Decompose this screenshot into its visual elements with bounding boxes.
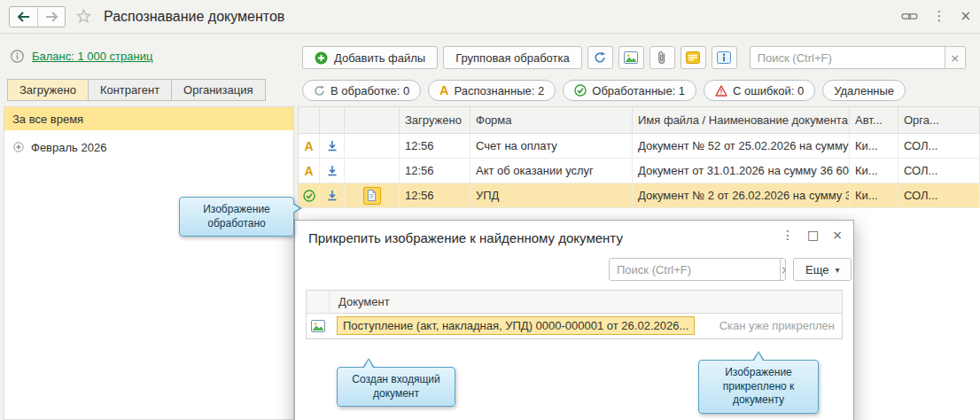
header-download-col[interactable]	[320, 107, 345, 133]
dialog-doc-column-header[interactable]: Документ	[330, 295, 390, 308]
search-clear-button[interactable]: ×	[945, 47, 965, 68]
clear-icon: ×	[781, 263, 786, 276]
header-author[interactable]: Авт...	[850, 107, 898, 133]
header-loaded[interactable]: Загружено	[400, 107, 471, 133]
filter-deleted[interactable]: Удаленные	[822, 80, 906, 101]
arrow-left-icon	[17, 12, 31, 22]
page-title: Распознавание документов	[104, 9, 284, 25]
download-icon	[327, 190, 338, 201]
row2-time: 12:56	[400, 159, 471, 183]
header-attachment-col[interactable]	[345, 107, 400, 133]
info-circle-icon	[11, 50, 24, 63]
filter-error[interactable]: С ошибкой: 0	[704, 80, 815, 101]
refresh-button[interactable]	[587, 46, 613, 69]
tab-organization[interactable]: Организация	[171, 79, 265, 101]
dialog-search-input[interactable]	[610, 259, 780, 280]
attach-file-button[interactable]	[649, 46, 675, 69]
row1-author: Ки...	[850, 134, 898, 158]
dialog-close-icon[interactable]: ×	[832, 229, 843, 241]
caret-down-icon: ▾	[835, 265, 839, 275]
filter-in-processing-label: В обработке: 0	[331, 84, 409, 97]
tree-item-february-2026[interactable]: Февраль 2026	[4, 136, 293, 159]
star-icon	[76, 9, 91, 24]
status-filters: В обработке: 0 A Распознанные: 2 Обработ…	[302, 80, 906, 101]
row3-name: Документ № 2 от 26.02.2026 на сумму 3 80…	[633, 183, 850, 207]
document-row-3-selected[interactable]: 12:56 УПД Документ № 2 от 26.02.2026 на …	[299, 183, 980, 208]
image-icon	[311, 320, 325, 332]
row1-org: СОЛ...	[898, 134, 980, 158]
expand-plus-icon[interactable]	[13, 142, 24, 152]
dialog-controls: ⋮ □ ×	[782, 229, 843, 241]
row1-status-cell: A	[299, 134, 320, 158]
filter-processed[interactable]: Обработанные: 1	[563, 80, 696, 101]
link-icon[interactable]	[901, 12, 918, 21]
dialog-maximize-icon[interactable]: □	[807, 229, 819, 241]
header-name[interactable]: Имя файла / Наименование документа	[633, 107, 850, 133]
filter-processed-label: Обработанные: 1	[592, 84, 685, 97]
balance-row: Баланс: 1 000 страниц	[11, 50, 152, 63]
row3-download-cell	[320, 183, 345, 207]
header-status-col[interactable]	[299, 107, 320, 133]
row1-name: Документ № 52 от 25.02.2026 на сумму 3 8…	[633, 134, 850, 158]
tab-organization-label: Организация	[183, 83, 253, 97]
paperclip-icon	[657, 51, 667, 65]
list-header-row: Загружено Форма Имя файла / Наименование…	[299, 107, 980, 134]
dialog-document-row[interactable]: Поступление (акт, накладная, УПД) 0000-0…	[307, 314, 842, 338]
dialog-search-row: × Еще ▾	[609, 258, 852, 281]
header-form[interactable]: Форма	[471, 107, 633, 133]
dialog-search-clear-button[interactable]: ×	[780, 259, 786, 280]
dialog-header-icon-col	[307, 291, 330, 313]
row1-form: Счет на оплату	[471, 134, 633, 158]
tab-loaded[interactable]: Загружено	[7, 79, 89, 101]
row3-org: СОЛ...	[898, 183, 980, 207]
tab-counterparty[interactable]: Контрагент	[88, 79, 172, 101]
header-org[interactable]: Орга...	[898, 107, 980, 133]
tree-root-all-time[interactable]: За все время	[4, 107, 293, 130]
callout-image-processed-text: Изображение обработано	[203, 203, 270, 229]
recognition-settings-button[interactable]	[681, 46, 706, 69]
window-header: Распознавание документов ⋮ ×	[0, 0, 980, 34]
row2-name: Документ от 31.01.2026 на сумму 36 600	[633, 159, 850, 183]
balance-link[interactable]: Баланс: 1 000 страниц	[32, 50, 152, 63]
error-triangle-icon	[715, 85, 727, 97]
group-processing-button[interactable]: Групповая обработка	[443, 46, 582, 69]
document-row-2[interactable]: A 12:56 Акт об оказании услуг Документ о…	[299, 159, 980, 183]
callout-arrow-up	[752, 351, 765, 361]
filter-error-label: С ошибкой: 0	[733, 84, 804, 97]
callout-arrow-up	[362, 358, 375, 368]
close-window-icon[interactable]: ×	[960, 10, 971, 23]
dialog-document-status: Скан уже прикреплен	[719, 319, 835, 332]
document-row-1[interactable]: A 12:56 Счет на оплату Документ № 52 от …	[299, 134, 980, 159]
image-view-button[interactable]	[618, 46, 644, 69]
filter-in-processing[interactable]: В обработке: 0	[302, 80, 421, 101]
yellow-document-icon	[686, 51, 700, 64]
more-menu-icon[interactable]: ⋮	[932, 10, 945, 23]
forward-button[interactable]	[37, 7, 65, 27]
view-tabs: Загружено Контрагент Организация	[7, 79, 265, 101]
callout-image-processed: Изображение обработано	[179, 197, 294, 237]
dialog-more-button[interactable]: Еще ▾	[793, 258, 852, 281]
dialog-title: Прикрепить изображение к найденному доку…	[308, 230, 623, 245]
row3-attachment-cell[interactable]	[345, 183, 400, 207]
row2-org: СОЛ...	[898, 159, 980, 183]
refresh-icon	[594, 51, 606, 64]
check-circle-icon	[574, 84, 587, 97]
dialog-more-label: Еще	[805, 263, 828, 276]
favorite-star-button[interactable]	[76, 9, 91, 24]
search-input[interactable]	[751, 47, 945, 68]
filter-recognized[interactable]: A Распознанные: 2	[428, 80, 556, 101]
recognized-a-icon: A	[439, 84, 448, 97]
callout-incoming-created: Создан входящий документ	[337, 367, 455, 407]
row2-status-cell: A	[299, 159, 320, 183]
row2-attachment-cell	[345, 159, 400, 183]
app-window: Распознавание документов ⋮ × Баланс: 1 0…	[0, 0, 980, 420]
dialog-more-icon[interactable]: ⋮	[782, 229, 794, 241]
back-button[interactable]	[10, 7, 37, 27]
recognized-a-icon: A	[304, 140, 313, 152]
processing-arrows-icon	[314, 85, 325, 97]
add-files-button[interactable]: Добавить файлы	[302, 46, 438, 69]
row2-download-cell	[320, 159, 345, 183]
dialog-document-name[interactable]: Поступление (акт, накладная, УПД) 0000-0…	[337, 316, 695, 335]
tree-root-label: За все время	[12, 113, 83, 126]
info-button[interactable]	[712, 46, 737, 69]
